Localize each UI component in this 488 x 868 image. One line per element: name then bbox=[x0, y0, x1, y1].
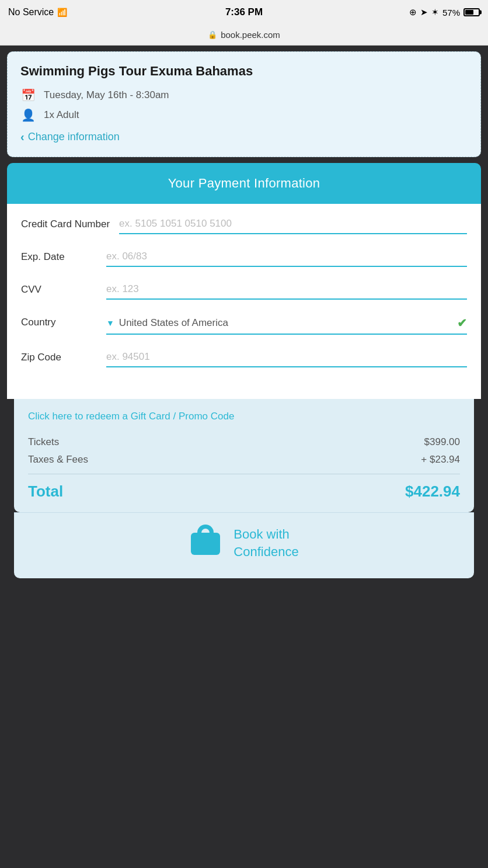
zip-code-row: Zip Code bbox=[21, 349, 467, 367]
credit-card-input[interactable] bbox=[119, 216, 467, 234]
wifi-icon: 📶 bbox=[57, 8, 67, 17]
tour-guests: 1x Adult bbox=[44, 109, 79, 121]
change-info-link[interactable]: ‹ Change information bbox=[20, 130, 468, 144]
lock-status-icon: ⊕ bbox=[409, 7, 417, 18]
payment-section: Your Payment Information Credit Card Num… bbox=[7, 163, 481, 590]
payment-header-title: Your Payment Information bbox=[168, 176, 320, 190]
total-row: Total $422.94 bbox=[28, 482, 460, 501]
location-icon: ➤ bbox=[420, 7, 428, 18]
country-dropdown-arrow-icon: ▼ bbox=[106, 318, 114, 328]
cvv-label: CVV bbox=[21, 281, 97, 296]
zip-code-input[interactable] bbox=[106, 349, 467, 367]
country-check-icon: ✔ bbox=[457, 316, 467, 330]
taxes-row: Taxes & Fees + $23.94 bbox=[28, 454, 460, 466]
tickets-row: Tickets $399.00 bbox=[28, 436, 460, 448]
credit-card-field[interactable] bbox=[119, 216, 467, 234]
summary-section: Click here to redeem a Gift Card / Promo… bbox=[14, 399, 474, 512]
bluetooth-icon: ✶ bbox=[431, 7, 439, 18]
country-label: Country bbox=[21, 314, 97, 329]
summary-divider bbox=[28, 474, 460, 474]
tour-card: Swimming Pigs Tour Exuma Bahamas 📅 Tuesd… bbox=[7, 51, 481, 157]
address-lock-icon: 🔒 bbox=[208, 30, 217, 39]
payment-form: Credit Card Number Exp. Date CVV bbox=[7, 204, 481, 399]
status-left: No Service 📶 bbox=[8, 7, 67, 18]
confidence-label: Book with Confidence bbox=[233, 527, 298, 559]
status-bar: No Service 📶 7:36 PM ⊕ ➤ ✶ 57% bbox=[0, 0, 488, 25]
battery-icon bbox=[463, 8, 480, 16]
time-label: 7:36 PM bbox=[225, 6, 263, 18]
zip-code-field[interactable] bbox=[106, 349, 467, 367]
lock-confidence-icon bbox=[189, 525, 222, 562]
exp-date-row: Exp. Date bbox=[21, 248, 467, 267]
taxes-value: + $23.94 bbox=[421, 454, 460, 466]
country-selector[interactable]: ▼ United States of America ✔ bbox=[106, 314, 467, 335]
page-content: Swimming Pigs Tour Exuma Bahamas 📅 Tuesd… bbox=[0, 51, 488, 590]
tour-title: Swimming Pigs Tour Exuma Bahamas bbox=[20, 64, 468, 79]
status-right: ⊕ ➤ ✶ 57% bbox=[409, 7, 480, 18]
tickets-value: $399.00 bbox=[424, 436, 460, 448]
tour-guests-row: 👤 1x Adult bbox=[20, 108, 468, 122]
calendar-icon: 📅 bbox=[20, 88, 36, 102]
person-icon: 👤 bbox=[20, 108, 36, 122]
address-bar[interactable]: 🔒 book.peek.com bbox=[0, 25, 488, 46]
total-label: Total bbox=[28, 482, 63, 501]
cvv-input[interactable] bbox=[106, 281, 467, 300]
confidence-section: Book with Confidence bbox=[14, 512, 474, 578]
country-field[interactable]: ▼ United States of America ✔ bbox=[106, 314, 467, 335]
cvv-field[interactable] bbox=[106, 281, 467, 300]
country-value: United States of America bbox=[119, 317, 452, 329]
tickets-label: Tickets bbox=[28, 436, 59, 448]
tour-date: Tuesday, May 16th - 8:30am bbox=[44, 89, 169, 101]
chevron-left-icon: ‹ bbox=[20, 130, 25, 144]
total-value: $422.94 bbox=[405, 482, 460, 501]
zip-code-label: Zip Code bbox=[21, 349, 97, 364]
credit-card-label: Credit Card Number bbox=[21, 216, 110, 231]
exp-date-field[interactable] bbox=[106, 248, 467, 267]
change-info-label: Change information bbox=[28, 131, 120, 143]
payment-header: Your Payment Information bbox=[7, 163, 481, 204]
credit-card-row: Credit Card Number bbox=[21, 216, 467, 234]
cvv-row: CVV bbox=[21, 281, 467, 300]
battery-percent: 57% bbox=[442, 8, 460, 18]
carrier-label: No Service bbox=[8, 7, 54, 18]
promo-link[interactable]: Click here to redeem a Gift Card / Promo… bbox=[28, 411, 460, 422]
tour-date-row: 📅 Tuesday, May 16th - 8:30am bbox=[20, 88, 468, 102]
url-label: book.peek.com bbox=[221, 30, 280, 40]
exp-date-label: Exp. Date bbox=[21, 248, 97, 263]
taxes-label: Taxes & Fees bbox=[28, 454, 88, 466]
confidence-text: Book with Confidence bbox=[233, 526, 298, 560]
exp-date-input[interactable] bbox=[106, 248, 467, 267]
country-row: Country ▼ United States of America ✔ bbox=[21, 314, 467, 335]
